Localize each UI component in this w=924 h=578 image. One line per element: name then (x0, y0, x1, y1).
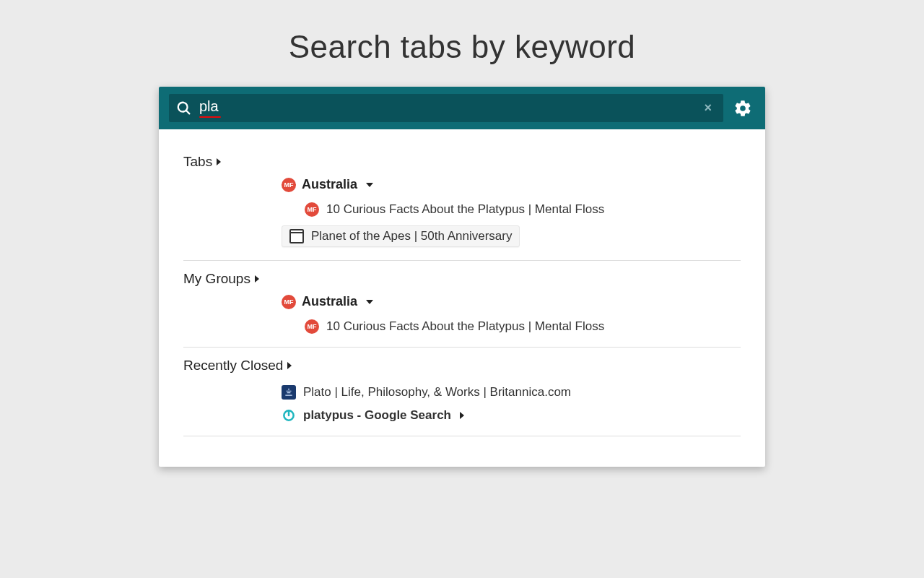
search-input[interactable] (199, 98, 699, 115)
settings-button[interactable] (731, 96, 755, 121)
tab-item-active[interactable]: Planet of the Apes | 50th Anniversary (282, 221, 741, 251)
section-label: Recently Closed (183, 358, 283, 374)
spellcheck-underline (199, 116, 221, 118)
divider (183, 260, 741, 261)
divider (183, 436, 741, 436)
recent-item[interactable]: platypus - Google Search (282, 404, 741, 427)
clear-search-button[interactable]: × (699, 100, 716, 116)
search-box[interactable]: × (169, 94, 723, 122)
section-label: My Groups (183, 271, 250, 287)
section-label: Tabs (183, 154, 212, 170)
britannica-favicon-icon (282, 385, 296, 400)
tab-title: Planet of the Apes | 50th Anniversary (311, 229, 512, 243)
page-favicon-icon (289, 229, 304, 243)
google-favicon-icon (282, 408, 296, 423)
divider (183, 347, 741, 348)
tab-group-australia[interactable]: MF Australia (282, 177, 741, 192)
item-title: Plato | Life, Philosophy, & Works | Brit… (303, 385, 571, 400)
chevron-right-icon (255, 275, 259, 282)
item-title: platypus - Google Search (303, 408, 451, 423)
group-name: Australia (302, 177, 357, 192)
chevron-right-icon (217, 158, 221, 165)
extension-panel: × Tabs MF Australia MF 10 Curious Facts … (159, 87, 765, 467)
recent-item[interactable]: Plato | Life, Philosophy, & Works | Brit… (282, 381, 741, 404)
section-header-recent[interactable]: Recently Closed (183, 358, 741, 374)
tab-title: 10 Curious Facts About the Platypus | Me… (326, 202, 604, 217)
search-bar: × (159, 87, 765, 129)
chevron-down-icon (366, 300, 373, 304)
chevron-down-icon (366, 183, 373, 187)
chevron-right-icon (287, 362, 292, 369)
gear-icon (733, 99, 752, 118)
tab-item[interactable]: MF 10 Curious Facts About the Platypus |… (305, 198, 741, 221)
page-title: Search tabs by keyword (0, 29, 924, 65)
chevron-right-icon (460, 412, 464, 419)
group-name: Australia (302, 294, 357, 309)
mf-favicon-icon: MF (282, 178, 296, 192)
svg-line-1 (186, 110, 190, 113)
mygroups-item[interactable]: MF 10 Curious Facts About the Platypus |… (305, 315, 741, 338)
results-container: Tabs MF Australia MF 10 Curious Facts Ab… (159, 129, 765, 467)
section-header-tabs[interactable]: Tabs (183, 154, 741, 170)
mygroups-group-australia[interactable]: MF Australia (282, 294, 741, 309)
section-header-mygroups[interactable]: My Groups (183, 271, 741, 287)
item-title: 10 Curious Facts About the Platypus | Me… (326, 319, 604, 334)
mf-favicon-icon: MF (305, 202, 319, 217)
mf-favicon-icon: MF (305, 319, 319, 334)
search-icon (176, 100, 192, 116)
mf-favicon-icon: MF (282, 295, 296, 309)
